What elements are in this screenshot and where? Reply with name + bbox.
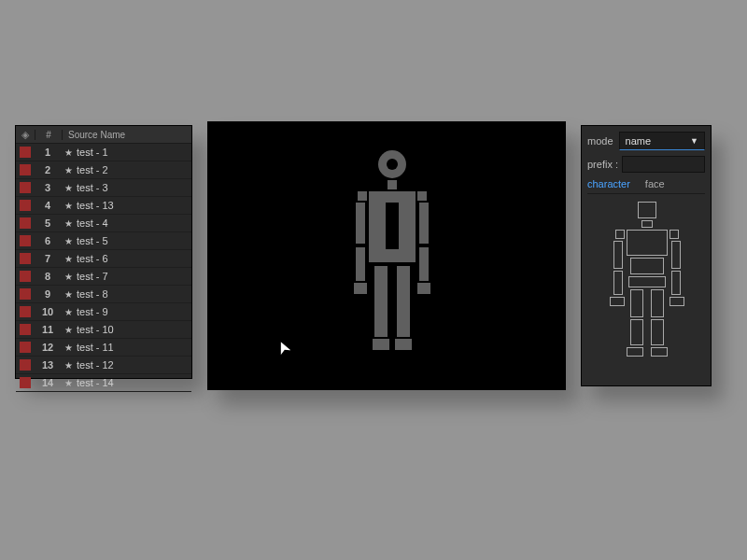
tab-character[interactable]: character (587, 178, 630, 189)
layer-index: 2 (35, 164, 61, 175)
layer-index: 1 (35, 147, 61, 158)
layer-index: 11 (35, 324, 61, 335)
mode-dropdown[interactable]: name ▼ (619, 132, 705, 150)
layer-name[interactable]: test - 8 (77, 288, 108, 300)
layer-name[interactable]: test - 10 (77, 324, 114, 335)
mode-label: mode (587, 135, 613, 147)
layer-name[interactable]: test - 2 (77, 164, 108, 175)
prefix-label: prefix : (587, 159, 618, 170)
layer-color-swatch[interactable] (20, 200, 31, 211)
star-icon[interactable]: ★ (61, 218, 77, 229)
rig-tabs: character face (587, 178, 705, 194)
layer-panel: ◈ # Source Name 1★test - 12★test - 23★te… (15, 125, 192, 379)
layer-color-swatch[interactable] (20, 217, 31, 229)
layer-name[interactable]: test - 9 (77, 306, 108, 317)
layer-name[interactable]: test - 1 (77, 147, 108, 158)
star-icon[interactable]: ★ (61, 183, 77, 193)
layer-row[interactable]: 5★test - 4 (16, 215, 191, 232)
layer-index: 14 (35, 377, 61, 388)
layer-row[interactable]: 7★test - 6 (16, 250, 191, 268)
layer-name[interactable]: test - 4 (77, 217, 108, 229)
star-icon[interactable]: ★ (61, 147, 77, 158)
layer-color-swatch[interactable] (20, 182, 31, 193)
layer-index: 10 (35, 306, 61, 317)
layer-color-swatch[interactable] (20, 253, 31, 264)
layer-color-swatch[interactable] (20, 164, 31, 175)
layer-name[interactable]: test - 14 (77, 377, 114, 388)
column-number-header[interactable]: # (35, 130, 63, 140)
star-icon[interactable]: ★ (61, 325, 77, 335)
layer-color-swatch[interactable] (20, 235, 31, 246)
layer-name[interactable]: test - 11 (77, 342, 114, 353)
layer-color-swatch[interactable] (20, 342, 31, 353)
layer-index: 12 (35, 342, 61, 353)
layer-name[interactable]: test - 13 (77, 200, 114, 211)
layer-color-swatch[interactable] (20, 147, 31, 158)
layer-row[interactable]: 10★test - 9 (16, 303, 191, 321)
layer-index: 8 (35, 271, 61, 282)
label-tag-icon: ◈ (21, 129, 29, 140)
star-icon[interactable]: ★ (61, 307, 77, 317)
prefix-input[interactable] (622, 156, 705, 173)
layer-row[interactable]: 14★test - 14 (16, 374, 191, 392)
layer-index: 5 (35, 217, 61, 229)
layer-name[interactable]: test - 6 (77, 253, 108, 264)
layer-row[interactable]: 6★test - 5 (16, 232, 191, 250)
layer-row[interactable]: 4★test - 13 (16, 197, 191, 215)
mode-dropdown-value: name (626, 135, 652, 147)
layer-row[interactable]: 8★test - 7 (16, 268, 191, 286)
star-icon[interactable]: ★ (61, 165, 77, 175)
tab-face[interactable]: face (645, 178, 665, 189)
star-icon[interactable]: ★ (61, 254, 77, 264)
layer-row[interactable]: 1★test - 1 (16, 144, 191, 161)
layer-row[interactable]: 12★test - 11 (16, 339, 191, 357)
layer-color-swatch[interactable] (20, 377, 31, 388)
star-icon[interactable]: ★ (61, 360, 77, 371)
rig-picker[interactable] (589, 202, 705, 358)
layer-index: 4 (35, 200, 61, 211)
layer-row[interactable]: 13★test - 12 (16, 357, 191, 374)
layer-index: 9 (35, 288, 61, 300)
layer-name[interactable]: test - 12 (77, 359, 114, 371)
layer-color-swatch[interactable] (20, 288, 31, 300)
layer-name[interactable]: test - 5 (77, 235, 108, 246)
star-icon[interactable]: ★ (61, 343, 77, 353)
column-sourcename-header[interactable]: Source Name (63, 130, 191, 140)
star-icon[interactable]: ★ (61, 236, 77, 246)
star-icon[interactable]: ★ (61, 201, 77, 211)
layer-row[interactable]: 11★test - 10 (16, 321, 191, 339)
chevron-down-icon: ▼ (690, 136, 698, 146)
options-panel: mode name ▼ prefix : character face (581, 125, 712, 386)
layer-row[interactable]: 9★test - 8 (16, 286, 191, 303)
layer-color-swatch[interactable] (20, 271, 31, 282)
layer-color-swatch[interactable] (20, 359, 31, 371)
layer-color-swatch[interactable] (20, 306, 31, 317)
layer-index: 3 (35, 182, 61, 193)
layer-name[interactable]: test - 3 (77, 182, 108, 193)
layer-index: 13 (35, 359, 61, 371)
layer-index: 7 (35, 253, 61, 264)
layer-panel-header: ◈ # Source Name (16, 126, 191, 144)
layer-color-swatch[interactable] (20, 324, 31, 335)
star-icon[interactable]: ★ (61, 378, 77, 388)
star-icon[interactable]: ★ (61, 272, 77, 282)
composition-viewport[interactable] (207, 121, 566, 390)
layer-index: 6 (35, 235, 61, 246)
layer-name[interactable]: test - 7 (77, 271, 108, 282)
star-icon[interactable]: ★ (61, 289, 77, 300)
layer-row[interactable]: 2★test - 2 (16, 161, 191, 179)
layer-row[interactable]: 3★test - 3 (16, 179, 191, 197)
